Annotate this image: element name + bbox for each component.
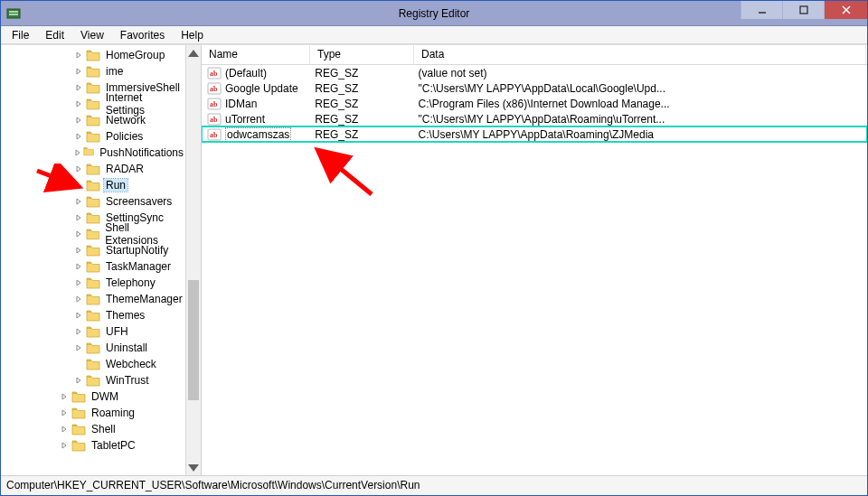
folder-icon (86, 98, 100, 110)
svg-marker-29 (62, 443, 66, 448)
tree-item[interactable]: UFH (1, 323, 185, 340)
scroll-up-button[interactable] (186, 45, 201, 61)
tree-item[interactable]: Themes (1, 307, 185, 323)
svg-marker-10 (77, 101, 80, 107)
twisty-closed-icon[interactable] (73, 326, 84, 337)
twisty-closed-icon[interactable] (73, 115, 84, 126)
cell-name: abuTorrent (207, 112, 315, 126)
maximize-button[interactable] (782, 1, 824, 19)
twisty-closed-icon[interactable] (73, 196, 84, 207)
tree-item[interactable]: Telephony (1, 275, 185, 291)
folder-icon (86, 293, 100, 305)
folder-icon (86, 342, 100, 354)
tree-item[interactable]: RADAR (1, 161, 185, 177)
tree-item[interactable]: Roaming (1, 405, 185, 421)
list-row[interactable]: abGoogle UpdateREG_SZ"C:\Users\MY LAPPY\… (202, 80, 867, 96)
window-buttons (741, 1, 867, 25)
twisty-closed-icon[interactable] (59, 407, 70, 418)
menu-file[interactable]: File (5, 27, 36, 43)
menu-help[interactable]: Help (174, 27, 211, 43)
svg-marker-30 (188, 50, 199, 57)
tree-item[interactable]: ThemeManager (1, 291, 185, 307)
tree-item[interactable]: Policies (1, 128, 185, 145)
reg-sz-icon: ab (207, 81, 222, 96)
tree-scrollbar[interactable] (185, 45, 201, 475)
tree-item-label: Telephony (104, 276, 157, 289)
tree-item[interactable]: Run (1, 177, 185, 193)
scroll-down-button[interactable] (186, 460, 201, 475)
tree-item[interactable]: HomeGroup (1, 47, 185, 63)
twisty-closed-icon[interactable] (73, 164, 84, 174)
twisty-closed-icon[interactable] (73, 212, 84, 223)
twisty-closed-icon[interactable] (73, 245, 84, 256)
twisty-closed-icon[interactable] (73, 375, 84, 386)
folder-icon (86, 244, 100, 257)
tree-item[interactable]: Screensavers (1, 193, 185, 210)
tree-item[interactable]: WinTrust (1, 372, 185, 388)
col-type-header[interactable]: Type (310, 45, 414, 64)
svg-marker-22 (77, 313, 80, 318)
list-row[interactable]: ab(Default)REG_SZ(value not set) (202, 65, 867, 80)
twisty-closed-icon[interactable] (73, 294, 84, 304)
folder-icon (86, 163, 100, 175)
svg-text:ab: ab (210, 85, 218, 93)
col-name-header[interactable]: Name (202, 45, 310, 64)
tree-item[interactable]: TabletPC (1, 437, 185, 454)
tree-item[interactable]: PushNotifications (1, 145, 185, 161)
svg-marker-25 (77, 378, 80, 383)
twisty-closed-icon[interactable] (73, 229, 84, 239)
tree-item-label: Uninstall (104, 342, 149, 354)
value-name: (Default) (225, 67, 267, 80)
minimize-button[interactable] (741, 1, 782, 19)
twisty-closed-icon[interactable] (73, 277, 84, 288)
twisty-closed-icon[interactable] (73, 342, 84, 353)
tree-item[interactable]: ime (1, 63, 185, 80)
twisty-closed-icon[interactable] (73, 98, 84, 109)
folder-icon (71, 407, 86, 419)
tree-item[interactable]: StartupNotify (1, 242, 185, 258)
twisty-closed-icon[interactable] (59, 424, 70, 435)
svg-marker-14 (77, 166, 80, 172)
titlebar[interactable]: Registry Editor (1, 1, 867, 26)
tree-item[interactable]: DWM (1, 388, 185, 405)
tree-item[interactable]: Shell Extensions (1, 226, 185, 242)
scroll-thumb[interactable] (188, 280, 199, 400)
tree-item[interactable]: TaskManager (1, 258, 185, 275)
value-name: Google Update (225, 82, 298, 95)
tree-item-label: HomeGroup (104, 49, 166, 61)
col-data-header[interactable]: Data (414, 45, 866, 64)
twisty-closed-icon[interactable] (59, 440, 70, 451)
list-row[interactable]: abIDManREG_SZC:\Program Files (x86)\Inte… (202, 96, 867, 111)
scroll-track[interactable] (186, 61, 201, 460)
menu-view[interactable]: View (73, 27, 111, 43)
twisty-closed-icon[interactable] (73, 131, 84, 142)
svg-marker-11 (77, 117, 80, 123)
twisty-closed-icon[interactable] (59, 391, 70, 402)
twisty-closed-icon[interactable] (73, 147, 81, 158)
close-button[interactable] (824, 1, 867, 19)
tree-item[interactable]: Webcheck (1, 356, 185, 372)
tree-item[interactable]: Uninstall (1, 340, 185, 356)
twisty-closed-icon[interactable] (73, 261, 84, 272)
twisty-closed-icon[interactable] (73, 50, 84, 61)
folder-icon (86, 81, 100, 94)
svg-marker-26 (62, 394, 66, 399)
twisty-closed-icon[interactable] (73, 66, 84, 77)
tree-item[interactable]: Shell (1, 421, 185, 437)
cell-name: abodwcamszas (207, 127, 315, 142)
tree-item[interactable]: Internet Settings (1, 96, 185, 112)
registry-tree[interactable]: HomeGroupimeImmersiveShellInternet Setti… (1, 45, 185, 475)
tree-item-label: ThemeManager (104, 293, 184, 305)
tree-item-label: Themes (104, 309, 146, 322)
tree-item-label: PushNotifications (98, 146, 185, 159)
list-body[interactable]: ab(Default)REG_SZ(value not set)abGoogle… (202, 65, 867, 475)
list-row[interactable]: abuTorrentREG_SZ"C:\Users\MY LAPPY\AppDa… (202, 111, 867, 126)
list-row[interactable]: abodwcamszasREG_SZC:\Users\MY LAPPY\AppD… (202, 126, 867, 142)
svg-marker-27 (62, 410, 66, 416)
menu-edit[interactable]: Edit (38, 27, 71, 43)
cell-type: REG_SZ (315, 98, 418, 110)
menu-favorites[interactable]: Favorites (113, 27, 172, 43)
folder-icon (86, 195, 100, 208)
twisty-closed-icon[interactable] (73, 310, 84, 321)
twisty-closed-icon[interactable] (73, 82, 84, 93)
